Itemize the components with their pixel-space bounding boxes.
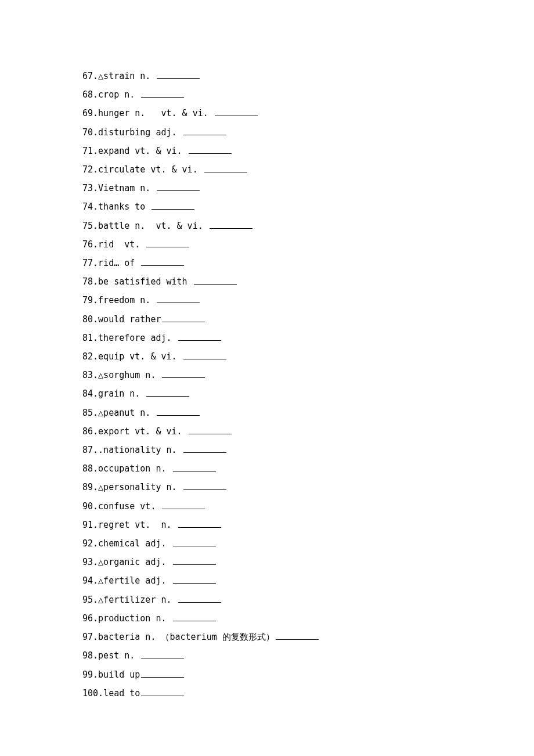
vocabulary-item: 76.rid vt. (82, 235, 534, 254)
answer-blank[interactable] (146, 239, 189, 247)
item-term: △organic adj. (98, 557, 171, 567)
item-number: 95 (82, 595, 93, 605)
item-separator: . (93, 463, 98, 474)
answer-blank[interactable] (141, 650, 184, 658)
answer-blank[interactable] (210, 219, 252, 228)
answer-blank[interactable] (173, 556, 216, 565)
answer-blank[interactable] (204, 164, 247, 172)
item-term: △fertile adj. (98, 575, 171, 586)
vocabulary-item: 80.would rather (82, 310, 534, 329)
answer-blank[interactable] (183, 481, 226, 490)
vocabulary-item: 73.Vietnam n. (82, 179, 534, 197)
item-number: 87 (82, 445, 93, 455)
answer-blank[interactable] (276, 631, 319, 640)
answer-blank[interactable] (178, 519, 221, 528)
item-term: be satisfied with (98, 276, 193, 287)
vocabulary-item: 83.△sorghum n. (82, 366, 534, 384)
item-separator: . (93, 388, 98, 399)
answer-blank[interactable] (183, 351, 226, 359)
answer-blank[interactable] (183, 444, 226, 453)
item-term: hunger n. vt. & vi. (98, 108, 214, 118)
item-term: occupation n. (98, 463, 171, 474)
item-term: expand vt. & vi. (98, 146, 187, 156)
vocabulary-item: 95.△fertilizer n. (82, 591, 534, 609)
answer-blank[interactable] (157, 294, 200, 303)
answer-blank[interactable] (162, 313, 205, 322)
item-term: .nationality n. (98, 445, 182, 455)
item-number: 92 (82, 538, 93, 549)
answer-blank[interactable] (173, 613, 216, 621)
item-term: △fertilizer n. (98, 595, 176, 605)
answer-blank[interactable] (178, 332, 221, 341)
item-term: freedom n. (98, 295, 156, 305)
answer-blank[interactable] (141, 668, 184, 677)
answer-blank[interactable] (183, 126, 226, 135)
answer-blank[interactable] (141, 257, 184, 266)
item-separator: . (93, 314, 98, 325)
item-separator: . (93, 613, 98, 624)
item-number: 79 (82, 295, 93, 305)
item-separator: . (93, 370, 98, 380)
vocabulary-item: 89.△personality n. (82, 478, 534, 496)
vocabulary-item: 82.equip vt. & vi. (82, 347, 534, 366)
answer-blank[interactable] (189, 145, 232, 154)
item-number: 97 (82, 632, 93, 642)
item-number: 83 (82, 370, 93, 380)
item-term: disturbing adj. (98, 127, 182, 138)
item-number: 91 (82, 520, 93, 530)
item-number: 67 (82, 71, 93, 81)
vocabulary-item: 94.△fertile adj. (82, 571, 534, 590)
item-number: 72 (82, 164, 93, 175)
item-term: grain n. (98, 388, 145, 399)
item-separator: . (93, 482, 98, 492)
answer-blank[interactable] (157, 70, 200, 79)
item-separator: . (93, 538, 98, 549)
answer-blank[interactable] (189, 426, 232, 434)
item-number: 68 (82, 89, 93, 100)
item-number: 81 (82, 333, 93, 343)
item-term: would rather (98, 314, 161, 325)
item-term: bacteria n. （bacterium 的复数形式） (98, 632, 275, 642)
answer-blank[interactable] (162, 500, 205, 509)
vocabulary-list: 67.△strain n. 68.crop n. 69.hunger n. vt… (82, 67, 534, 703)
item-number: 80 (82, 314, 93, 325)
answer-blank[interactable] (173, 575, 216, 584)
answer-blank[interactable] (151, 201, 194, 210)
answer-blank[interactable] (157, 182, 200, 191)
item-number: 82 (82, 351, 93, 362)
item-number: 76 (82, 239, 93, 250)
item-number: 96 (82, 613, 93, 624)
answer-blank[interactable] (173, 463, 216, 471)
vocabulary-item: 98.pest n. (82, 646, 534, 665)
answer-blank[interactable] (215, 107, 258, 116)
answer-blank[interactable] (194, 276, 237, 285)
vocabulary-item: 97.bacteria n. （bacterium 的复数形式） (82, 628, 534, 646)
vocabulary-item: 74.thanks to (82, 197, 534, 216)
item-separator: . (93, 575, 98, 586)
item-number: 84 (82, 388, 93, 399)
item-term: confuse vt. (98, 501, 161, 512)
item-number: 73 (82, 183, 93, 193)
answer-blank[interactable] (141, 687, 184, 696)
item-term: thanks to (98, 201, 150, 212)
answer-blank[interactable] (178, 593, 221, 602)
vocabulary-item: 92.chemical adj. (82, 534, 534, 553)
answer-blank[interactable] (141, 89, 184, 98)
answer-blank[interactable] (157, 406, 200, 415)
item-separator: . (93, 276, 98, 287)
item-number: 94 (82, 575, 93, 586)
item-separator: . (93, 146, 98, 156)
item-separator: . (93, 520, 98, 530)
item-separator: . (93, 632, 98, 642)
item-term: production n. (98, 613, 171, 624)
answer-blank[interactable] (146, 388, 189, 397)
answer-blank[interactable] (173, 538, 216, 546)
item-term: export vt. & vi. (98, 426, 187, 437)
item-separator: . (93, 258, 98, 268)
vocabulary-item: 100.lead to (82, 684, 534, 703)
vocabulary-item: 71.expand vt. & vi. (82, 142, 534, 160)
vocabulary-item: 96.production n. (82, 609, 534, 628)
item-separator: . (93, 595, 98, 605)
item-separator: . (93, 183, 98, 193)
answer-blank[interactable] (162, 369, 205, 378)
